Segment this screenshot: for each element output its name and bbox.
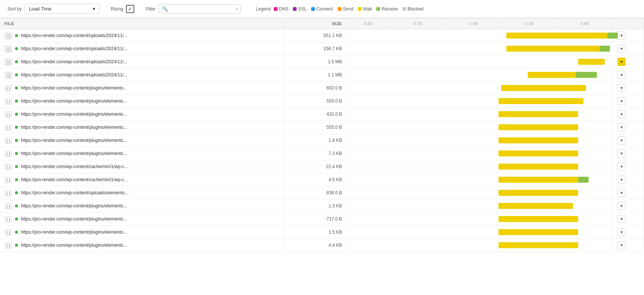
expand-cell: ▾ [613, 108, 644, 121]
expand-cell: ▾ [613, 239, 644, 252]
expand-button[interactable]: ▾ [617, 241, 626, 249]
status-dot [15, 126, 18, 129]
timeline-cell [347, 82, 613, 95]
size-cell: 1.3 KB [285, 200, 347, 213]
wait-bar [506, 46, 599, 52]
file-url: https://pro-render.com/wp-content/cache/… [21, 164, 128, 169]
expand-button[interactable]: ▾ [617, 162, 626, 171]
file-type-icon: { } [4, 85, 12, 91]
table-row: { } https://pro-render.com/wp-content/pl… [0, 147, 644, 160]
wait-bar [499, 98, 583, 104]
file-url: https://pro-render.com/wp-content/upload… [21, 33, 128, 38]
expand-button[interactable]: ▾ [617, 176, 626, 184]
timeline-cell [347, 95, 613, 108]
wait-bar [499, 216, 578, 222]
wait-bar [528, 72, 576, 78]
rising-check[interactable]: ✓ [126, 5, 134, 13]
legend-item-blocked: Blocked [402, 6, 424, 12]
size-cell: 551.1 KB [285, 29, 347, 42]
status-dot [15, 47, 18, 50]
file-type-icon: { } [4, 151, 12, 156]
expand-button[interactable]: ▾ [617, 97, 626, 105]
size-cell: 1.5 MB [285, 55, 347, 69]
status-dot [15, 86, 18, 89]
expand-button[interactable]: ▾ [617, 71, 626, 79]
status-dot [15, 191, 18, 194]
col-size-header: SIZE [285, 18, 347, 29]
expand-button[interactable]: ▾ [617, 228, 626, 236]
expand-button[interactable]: ▾ [617, 189, 626, 197]
file-type-icon: { } [4, 216, 12, 222]
legend-dot-wait [358, 7, 362, 11]
size-cell: 550.0 B [285, 95, 347, 108]
status-dot [15, 113, 18, 116]
file-type-icon: { } [4, 243, 12, 248]
table-row: { } https://pro-render.com/wp-content/ca… [0, 160, 644, 173]
expand-cell: ▾ [613, 160, 644, 173]
size-cell: 717.0 B [285, 213, 347, 226]
clear-icon[interactable]: × [235, 6, 238, 12]
legend-label-send: Send [343, 6, 353, 12]
expand-button[interactable]: ▾ [617, 215, 626, 223]
filter-input[interactable] [170, 6, 233, 12]
file-type-icon: ⬜ [4, 72, 12, 78]
file-cell: { } https://pro-render.com/wp-content/ca… [0, 173, 285, 186]
receive-bar [578, 177, 589, 183]
timeline-cell [347, 121, 613, 134]
legend-dot-ssl [293, 7, 297, 11]
size-cell: 555.0 B [285, 121, 347, 134]
expand-button[interactable]: ▾ [617, 45, 626, 53]
expand-cell: ▾ [613, 55, 644, 69]
expand-cell: ▾ [613, 186, 644, 200]
expand-button[interactable]: ▾ [617, 202, 626, 210]
sort-select[interactable]: Load Time ▾ [25, 4, 99, 14]
table-row: { } https://pro-render.com/wp-content/pl… [0, 213, 644, 226]
file-cell: { } https://pro-render.com/wp-content/pl… [0, 134, 285, 147]
legend-label-ssl: SSL [298, 6, 307, 12]
file-url: https://pro-render.com/wp-content/plugin… [21, 138, 127, 143]
expand-button[interactable]: ▾ [617, 110, 626, 118]
file-cell: { } https://pro-render.com/wp-content/pl… [0, 239, 285, 252]
legend-label-connect: Connect [316, 6, 333, 12]
sort-chevron-icon: ▾ [93, 6, 95, 12]
table-row: ⬜ https://pro-render.com/wp-content/uplo… [0, 29, 644, 42]
expand-button[interactable]: ▾ [617, 136, 626, 145]
timeline-area [347, 43, 613, 54]
legend-item-send: Send [338, 6, 353, 12]
file-type-icon: { } [4, 164, 12, 170]
expand-button[interactable]: ▾ [617, 84, 626, 92]
timeline-cell [347, 55, 613, 69]
timeline-cell [347, 69, 613, 82]
legend-dot-blocked [402, 7, 406, 11]
timeline-area [347, 30, 613, 41]
size-cell: 1.5 KB [285, 226, 347, 239]
expand-button[interactable]: ▾ [617, 31, 626, 40]
file-url: https://pro-render.com/wp-content/plugin… [21, 229, 127, 235]
legend-item-dns: DNS [274, 6, 288, 12]
wait-bar [501, 85, 586, 91]
table-header-row: FILE SIZE 0.0s 0.7s 1.4s 2.1s 2.8s [0, 18, 644, 29]
wait-bar [499, 137, 578, 143]
file-cell: { } https://pro-render.com/wp-content/pl… [0, 121, 285, 134]
size-cell: 836.0 B [285, 186, 347, 200]
col-t28-header: 2.8s [557, 18, 613, 29]
search-icon: 🔍 [162, 6, 168, 12]
timeline-area [347, 109, 613, 119]
timeline-area [347, 70, 613, 80]
timeline-cell [347, 134, 613, 147]
timeline-cell [347, 29, 613, 42]
col-t21-header: 2.1s [502, 18, 557, 29]
col-expand-header [613, 18, 644, 29]
timeline-area [347, 201, 613, 211]
timeline-area [347, 214, 613, 224]
expand-cell: ▾ [613, 69, 644, 82]
legend-dot-receive [376, 7, 380, 11]
legend-group: Legend DNSSSLConnectSendWaitReceiveBlock… [256, 6, 423, 12]
sort-group: Sort by Load Time ▾ [7, 4, 99, 14]
expand-button[interactable]: ▾ [617, 58, 626, 66]
expand-button[interactable]: ▾ [617, 149, 626, 158]
expand-button[interactable]: ▾ [617, 123, 626, 131]
timeline-cell [347, 108, 613, 121]
legend-item-receive: Receive [376, 6, 398, 12]
status-dot [15, 244, 18, 247]
